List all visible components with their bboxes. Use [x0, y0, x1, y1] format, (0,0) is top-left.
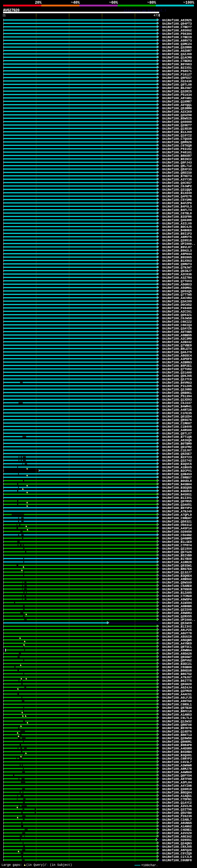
- svg-text:UniRef100_A2C3M9: UniRef100_A2C3M9: [162, 337, 192, 341]
- svg-text:UniRef100_B1LSE9: UniRef100_B1LSE9: [162, 540, 192, 544]
- svg-text:UniRef100_A6UT78: UniRef100_A6UT78: [162, 632, 192, 635]
- svg-text:UniRef100_B5INI2: UniRef100_B5INI2: [162, 158, 192, 161]
- svg-text:UniRef100_C5U4N2: UniRef100_C5U4N2: [162, 534, 192, 537]
- svg-text:UniRef100_Q9MUT3: UniRef100_Q9MUT3: [162, 262, 192, 266]
- svg-text:UniRef100_A4CVR3: UniRef100_A4CVR3: [162, 297, 192, 300]
- svg-text:UniRef100_B4SBH4: UniRef100_B4SBH4: [162, 483, 192, 486]
- svg-text:UniRef100_Q7TUV3: UniRef100_Q7TUV3: [162, 280, 192, 283]
- svg-text:UniRef100_C1N4V0: UniRef100_C1N4V0: [162, 425, 192, 429]
- svg-text:UniRef100_A6E3A2: UniRef100_A6E3A2: [162, 835, 192, 838]
- svg-text:~60%: ~60%: [109, 1, 118, 5]
- svg-text:UniRef100_Q07S26: UniRef100_Q07S26: [162, 551, 192, 554]
- svg-text:UniRef100_A4YNK9: UniRef100_A4YNK9: [162, 642, 192, 645]
- svg-text:UniRef100_C0JX47: UniRef100_C0JX47: [162, 402, 192, 405]
- svg-text:=100char.: =100char.: [141, 864, 158, 867]
- svg-text:UniRef100_Q58321: UniRef100_Q58321: [162, 520, 192, 523]
- svg-text:UniRef100_Q5XF33: UniRef100_Q5XF33: [162, 168, 192, 171]
- svg-text:UniRef100_B4WM41: UniRef100_B4WM41: [162, 405, 192, 408]
- svg-text:UniRef100_Q6B8K1: UniRef100_Q6B8K1: [162, 391, 192, 395]
- svg-text:UniRef100_A4YIH6: UniRef100_A4YIH6: [162, 784, 192, 787]
- svg-text:~100%: ~100%: [183, 1, 195, 5]
- svg-text:UniRef100_Q31QQ4: UniRef100_Q31QQ4: [162, 188, 192, 191]
- svg-text:UniRef100_A0B6B6: UniRef100_A0B6B6: [162, 605, 192, 608]
- svg-text:UniRef100_A3WHW8: UniRef100_A3WHW8: [162, 764, 192, 767]
- svg-text:~80%: ~80%: [147, 1, 156, 5]
- svg-text:UniRef100_C7BEY7: UniRef100_C7BEY7: [162, 26, 192, 29]
- svg-text:UniRef100_Q53RM0: UniRef100_Q53RM0: [162, 107, 192, 110]
- svg-text:UniRef100_C0JWP2: UniRef100_C0JWP2: [162, 185, 192, 188]
- svg-text:UniRef100_Q2RX55: UniRef100_Q2RX55: [162, 615, 192, 618]
- svg-text:UniRef100_Q5UYB0: UniRef100_Q5UYB0: [162, 811, 192, 815]
- svg-text:UniRef100_A1AQS1: UniRef100_A1AQS1: [162, 795, 192, 798]
- svg-text:UniRef100_B8FC16: UniRef100_B8FC16: [162, 710, 192, 713]
- svg-text:UniRef100_B1I3V2: UniRef100_B1I3V2: [162, 625, 192, 628]
- svg-text:UniRef100_B2IX51: UniRef100_B2IX51: [162, 66, 192, 70]
- svg-text:UniRef100_P49469: UniRef100_P49469: [162, 307, 192, 310]
- svg-text:UniRef100_A0ZHR7: UniRef100_A0ZHR7: [162, 49, 192, 53]
- svg-text:UniRef100_A6MVT5: UniRef100_A6MVT5: [162, 236, 192, 239]
- svg-text:UniRef100_C5SB00: UniRef100_C5SB00: [162, 666, 192, 669]
- svg-text:UniRef100_B3EQ55: UniRef100_B3EQ55: [162, 486, 192, 490]
- svg-text:UniRef100_B3EDC0: UniRef100_B3EDC0: [162, 490, 192, 493]
- svg-text:UniRef100_C2ABL7: UniRef100_C2ABL7: [162, 818, 192, 822]
- svg-text:UniRef100_Q8DIS0: UniRef100_Q8DIS0: [162, 171, 192, 175]
- svg-text:UniRef100_A9HTG0: UniRef100_A9HTG0: [162, 700, 192, 703]
- svg-text:UniRef100_Q2UZ90: UniRef100_Q2UZ90: [162, 114, 192, 117]
- svg-text:UniRef100_Q3AYZ6: UniRef100_Q3AYZ6: [162, 327, 192, 331]
- svg-text:UniRef100_B8KEU8: UniRef100_B8KEU8: [162, 669, 192, 673]
- svg-text:UniRef100_B8G7E6: UniRef100_B8G7E6: [162, 567, 192, 571]
- svg-text:UniRef100_C1MKH7: UniRef100_C1MKH7: [162, 422, 192, 425]
- svg-text:UniRef100_A8YAR1: UniRef100_A8YAR1: [162, 97, 192, 100]
- svg-text:UniRef100_P31205: UniRef100_P31205: [162, 384, 192, 388]
- svg-text:UniRef100_Q05XQ5: UniRef100_Q05XQ5: [162, 290, 192, 293]
- svg-text:UniRef100_A2XIK9: UniRef100_A2XIK9: [162, 110, 192, 114]
- svg-text:UniRef100_Q10YI2: UniRef100_Q10YI2: [162, 134, 192, 137]
- svg-text:UniRef100_A5GM61: UniRef100_A5GM61: [162, 286, 192, 290]
- svg-text:UniRef100_B6ITT5: UniRef100_B6ITT5: [162, 679, 192, 683]
- svg-text:UniRef100_Q1XD93: UniRef100_Q1XD93: [162, 398, 192, 402]
- svg-text:UniRef100_B4FUL3: UniRef100_B4FUL3: [162, 205, 192, 209]
- svg-text:UniRef100_B5YKY6: UniRef100_B5YKY6: [162, 727, 192, 730]
- svg-text:1: 1: [4, 14, 6, 17]
- svg-text:UniRef100_C7QUU9: UniRef100_C7QUU9: [162, 137, 192, 141]
- svg-text:UniRef100_Q9TLX7: UniRef100_Q9TLX7: [162, 432, 192, 435]
- svg-text:UniRef100_B9YH63: UniRef100_B9YH63: [162, 63, 192, 66]
- svg-text:UniRef100_Q3MCZ4: UniRef100_Q3MCZ4: [162, 42, 192, 46]
- svg-text:UniRef100_C6TKQ8: UniRef100_C6TKQ8: [162, 144, 192, 148]
- svg-text:UniRef100_Q32RI5: UniRef100_Q32RI5: [162, 90, 192, 93]
- svg-text:UniRef100_P26239: UniRef100_P26239: [162, 815, 192, 818]
- svg-text:UniRef100_Q063Z1: UniRef100_Q063Z1: [162, 313, 192, 317]
- svg-text:UniRef100_Q01ED4: UniRef100_Q01ED4: [162, 415, 192, 418]
- svg-text:UniRef100_C7BER3: UniRef100_C7BER3: [162, 59, 192, 63]
- svg-text:UniRef100_Q0YRS5: UniRef100_Q0YRS5: [162, 500, 192, 503]
- svg-text:UniRef100_A2BRN3: UniRef100_A2BRN3: [162, 361, 192, 364]
- svg-text:UniRef100_C1EJ67: UniRef100_C1EJ67: [162, 449, 192, 452]
- svg-text:UniRef100_Q85G76: UniRef100_Q85G76: [162, 418, 192, 422]
- svg-text:UniRef100_A7NJ49: UniRef100_A7NJ49: [162, 510, 192, 513]
- svg-text:UniRef100_Q0FYU4: UniRef100_Q0FYU4: [162, 774, 192, 777]
- svg-text:UniRef100_Q20ET7: UniRef100_Q20ET7: [162, 124, 192, 127]
- svg-text:UniRef100_C6TBL0: UniRef100_C6TBL0: [162, 212, 192, 215]
- svg-text:UniRef100_C1YJL9: UniRef100_C1YJL9: [162, 856, 192, 859]
- svg-text:UniRef100_A1BGX5: UniRef100_A1BGX5: [162, 466, 192, 469]
- svg-text:UniRef100_B1X5G3: UniRef100_B1X5G3: [162, 259, 192, 262]
- svg-text:UniRef100_B0JVW7: UniRef100_B0JVW7: [162, 87, 192, 90]
- svg-text:UniRef100_Q8PVG2: UniRef100_Q8PVG2: [162, 659, 192, 662]
- svg-text:UniRef100_A9B5U2: UniRef100_A9B5U2: [162, 578, 192, 581]
- svg-text:(in Query)/: (in Query)/: [26, 863, 46, 867]
- svg-text:UniRef100_A0Z4J4: UniRef100_A0Z4J4: [162, 686, 192, 689]
- svg-text:UniRef100_Q7TU82: UniRef100_Q7TU82: [162, 368, 192, 371]
- svg-text:UniRef100_P51634: UniRef100_P51634: [162, 93, 192, 97]
- svg-text:UniRef100_Q2ISV0: UniRef100_Q2ISV0: [162, 608, 192, 612]
- svg-text:UniRef100_A8LPZ5: UniRef100_A8LPZ5: [162, 628, 192, 632]
- svg-text:UniRef100_Q2JTC0: UniRef100_Q2JTC0: [162, 378, 192, 381]
- svg-text:UniRef100_Q94FT3: UniRef100_Q94FT3: [162, 22, 192, 26]
- svg-text:UniRef100_Q6SH20: UniRef100_Q6SH20: [162, 683, 192, 686]
- svg-text:UniRef100_Q32RR8: UniRef100_Q32RR8: [162, 46, 192, 49]
- svg-text:UniRef100_B4VMA3: UniRef100_B4VMA3: [162, 381, 192, 384]
- svg-text:(in Subject): (in Subject): [50, 863, 72, 867]
- svg-text:UniRef100_B6YVP3: UniRef100_B6YVP3: [162, 506, 192, 510]
- svg-text:UniRef100_A3YY36: UniRef100_A3YY36: [162, 178, 192, 181]
- svg-text:UniRef100_A3ILV0: UniRef100_A3ILV0: [162, 222, 192, 225]
- svg-text:UniRef100_UPI000..: UniRef100_UPI000..: [162, 242, 195, 246]
